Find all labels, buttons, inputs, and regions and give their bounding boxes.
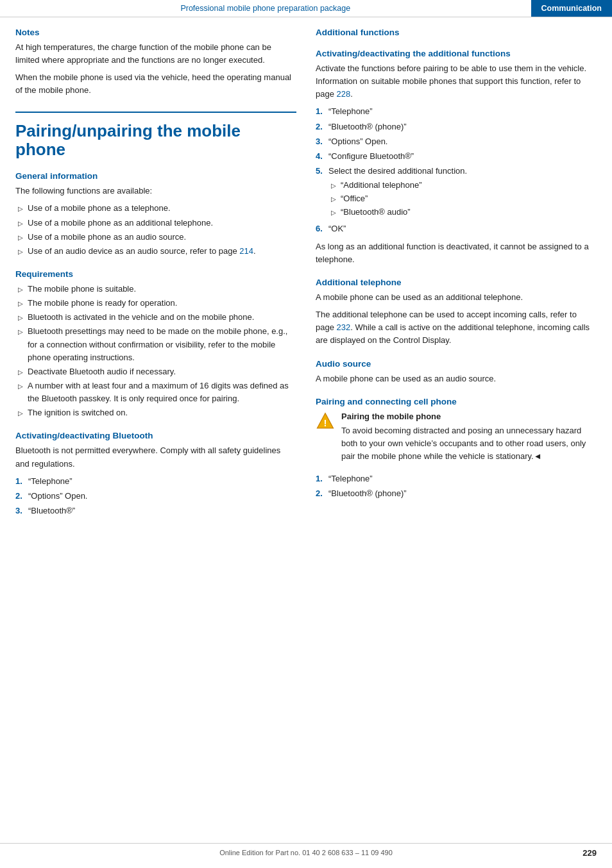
ad-step-content-5: “OK” <box>328 222 346 235</box>
warning-title: Pairing the mobile phone <box>341 410 597 423</box>
additional-telephone-p2: The additional telephone can be used to … <box>316 308 597 347</box>
general-info-heading: General information <box>15 171 296 181</box>
pairing-step-text-0: “Telephone” <box>328 472 373 485</box>
general-bullet-3: Use of an audio device as an audio sourc… <box>15 245 296 258</box>
ad-step-2: 3.“Options” Open. <box>316 135 597 148</box>
ad-step-content-1: “Bluetooth® (phone)” <box>328 121 407 133</box>
requirements-bullets: The mobile phone is suitable.The mobile … <box>15 283 296 419</box>
ad-step-num-5: 6. <box>316 222 328 235</box>
ad-sub-item-4-0: “Additional telephone” <box>331 179 467 192</box>
req-bullet-2: Bluetooth is activated in the vehicle an… <box>15 311 296 324</box>
bt-step-text-2: “Bluetooth®” <box>28 505 75 517</box>
bt-step-num-1: 2. <box>15 490 28 503</box>
pairing-step-1: 2.“Bluetooth® (phone)” <box>316 487 597 500</box>
ad-step-text-3: “Configure Bluetooth®” <box>328 151 414 161</box>
link-page-228[interactable]: 228 <box>337 89 351 99</box>
big-heading: Pairing/unpairing the mobile phone <box>15 112 296 160</box>
warning-box: ! Pairing the mobile phone To avoid beco… <box>316 410 597 468</box>
svg-text:!: ! <box>324 417 327 428</box>
ad-step-text-4: Select the desired additional function. <box>328 166 467 176</box>
page-header: Professional mobile phone preparation pa… <box>0 0 612 17</box>
bt-step-num-2: 3. <box>15 505 28 517</box>
ad-step-num-2: 3. <box>316 135 328 148</box>
additional-telephone-p1: A mobile phone can be used as an additio… <box>316 291 597 304</box>
notes-p1: At high temperatures, the charge functio… <box>15 41 296 67</box>
pairing-step-0: 1.“Telephone” <box>316 472 597 485</box>
general-bullets: Use of a mobile phone as a telephone.Use… <box>15 202 296 258</box>
page-number: 229 <box>582 848 597 858</box>
ad-step-num-0: 1. <box>316 105 328 118</box>
activating-bluetooth-steps: 1.“Telephone”2.“Options” Open.3.“Bluetoo… <box>15 475 296 517</box>
warning-text-block: Pairing the mobile phone To avoid becomi… <box>341 410 597 468</box>
general-info-text: The following functions are available: <box>15 185 296 197</box>
pairing-step-text-1: “Bluetooth® (phone)” <box>328 487 407 500</box>
bt-step-text-1: “Options” Open. <box>28 490 88 503</box>
general-bullet-2: Use of a mobile phone as an audio source… <box>15 231 296 244</box>
ad-step-num-4: 5. <box>316 165 328 178</box>
activating-deactivating-steps: 1.“Telephone”2.“Bluetooth® (phone)”3.“Op… <box>316 105 597 235</box>
requirements-heading: Requirements <box>15 269 296 279</box>
ad-step-content-4: Select the desired additional function.“… <box>328 165 467 221</box>
footer-text: Online Edition for Part no. 01 40 2 608 … <box>0 849 612 856</box>
general-bullet-0: Use of a mobile phone as a telephone. <box>15 202 296 215</box>
ad-step-4: 5.Select the desired additional function… <box>316 165 597 221</box>
ad-sub-item-4-1: “Office” <box>331 192 467 205</box>
ad-step-text-5: “OK” <box>328 224 346 233</box>
notes-p2: When the mobile phone is used via the ve… <box>15 71 296 97</box>
ad-step-num-3: 4. <box>316 150 328 163</box>
link-page-232[interactable]: 232 <box>337 322 351 332</box>
activating-deactivating-p: Activate the functions before pairing to… <box>316 62 597 101</box>
req-bullet-1: The mobile phone is ready for operation. <box>15 297 296 310</box>
ad-sub-item-4-2: “Bluetooth® audio” <box>331 206 467 219</box>
general-bullet-1: Use of a mobile phone as an additional t… <box>15 217 296 230</box>
ad-step-text-2: “Options” Open. <box>328 137 388 146</box>
activating-bluetooth-p1: Bluetooth is not permitted everywhere. C… <box>15 444 296 470</box>
header-title: Professional mobile phone preparation pa… <box>0 0 531 17</box>
pairing-step-num-1: 2. <box>316 487 328 500</box>
header-badge: Communication <box>531 0 612 17</box>
additional-functions-heading: Additional functions <box>316 28 597 37</box>
notes-heading: Notes <box>15 28 296 37</box>
req-bullet-5: A number with at least four and a maximu… <box>15 380 296 405</box>
bt-step-0: 1.“Telephone” <box>15 475 296 488</box>
ad-step-content-3: “Configure Bluetooth®” <box>328 150 414 163</box>
ad-step-5: 6.“OK” <box>316 222 597 235</box>
audio-source-heading: Audio source <box>316 359 597 369</box>
bt-step-1: 2.“Options” Open. <box>15 490 296 503</box>
right-column: Additional functions Activating/deactiva… <box>316 28 597 522</box>
left-column: Notes At high temperatures, the charge f… <box>15 28 296 522</box>
req-bullet-3: Bluetooth presettings may need to be mad… <box>15 325 296 363</box>
activating-deactivating-footer: As long as an additional function is dea… <box>316 240 597 266</box>
ad-step-content-2: “Options” Open. <box>328 135 388 148</box>
ad-step-sub-4: “Additional telephone”“Office”“Bluetooth… <box>331 179 467 219</box>
page-footer: Online Edition for Part no. 01 40 2 608 … <box>0 843 612 856</box>
ad-step-num-1: 2. <box>316 121 328 133</box>
activating-deactivating-heading: Activating/deactivating the additional f… <box>316 49 597 58</box>
page-content: Notes At high temperatures, the charge f… <box>0 17 612 561</box>
req-bullet-4: Deactivate Bluetooth audio if necessary. <box>15 365 296 378</box>
ad-step-1: 2.“Bluetooth® (phone)” <box>316 121 597 133</box>
audio-source-p: A mobile phone can be used as an audio s… <box>316 372 597 385</box>
pairing-step-num-0: 1. <box>316 472 328 485</box>
bt-step-text-0: “Telephone” <box>28 475 72 488</box>
ad-step-text-1: “Bluetooth® (phone)” <box>328 122 407 131</box>
warning-icon: ! <box>316 412 335 431</box>
pairing-heading: Pairing and connecting cell phone <box>316 397 597 406</box>
bt-step-2: 3.“Bluetooth®” <box>15 505 296 517</box>
additional-telephone-heading: Additional telephone <box>316 278 597 287</box>
activating-bluetooth-heading: Activating/deactivating Bluetooth <box>15 431 296 440</box>
pairing-steps: 1.“Telephone”2.“Bluetooth® (phone)” <box>316 472 597 500</box>
link-page-214[interactable]: 214 <box>239 245 253 258</box>
ad-step-text-0: “Telephone” <box>328 106 373 116</box>
req-bullet-6: The ignition is switched on. <box>15 406 296 419</box>
ad-step-3: 4.“Configure Bluetooth®” <box>316 150 597 163</box>
req-bullet-0: The mobile phone is suitable. <box>15 283 296 296</box>
warning-text: To avoid becoming distracted and posing … <box>341 424 597 463</box>
ad-step-0: 1.“Telephone” <box>316 105 597 118</box>
ad-step-content-0: “Telephone” <box>328 105 373 118</box>
bt-step-num-0: 1. <box>15 475 28 488</box>
